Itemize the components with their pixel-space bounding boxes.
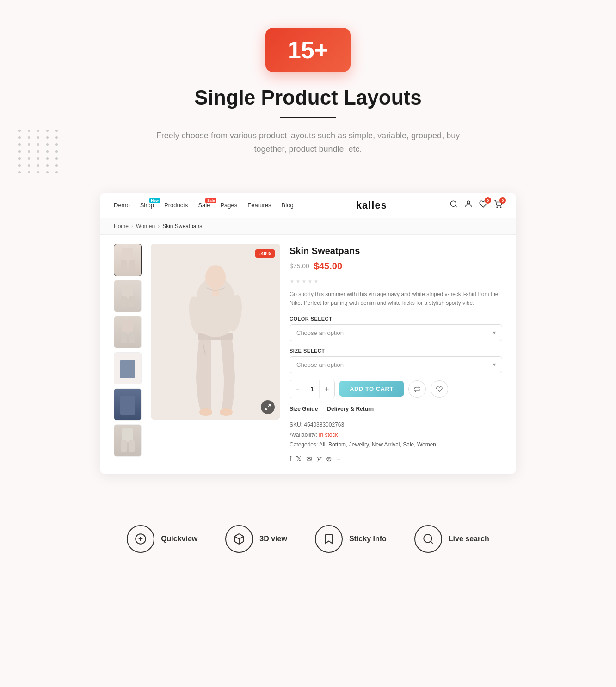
size-select[interactable]: Choose an option XS S M L XL <box>290 356 502 373</box>
nav-item-blog[interactable]: Blog <box>282 202 294 209</box>
delivery-return-link[interactable]: Delivery & Return <box>327 406 374 413</box>
compare-button[interactable] <box>408 380 426 398</box>
more-share-icon[interactable]: + <box>337 455 341 463</box>
thumbnail-5[interactable] <box>114 388 142 421</box>
availability-label: Availability: <box>290 432 317 438</box>
star-rating: ★ ★ ★ ★ ★ <box>290 278 502 285</box>
nav-item-sale[interactable]: Sale Sale <box>198 202 210 209</box>
sticky-info-label: Sticky Info <box>349 535 387 543</box>
sale-price: $45.00 <box>314 261 342 272</box>
cart-count: 0 <box>499 197 506 204</box>
breadcrumb-home[interactable]: Home <box>114 223 129 229</box>
hero-section: 15+ Single Product Layouts Freely choose… <box>0 0 616 193</box>
svg-point-26 <box>205 265 226 289</box>
svg-rect-21 <box>129 440 135 452</box>
nav-links: Demo Shop New Products Sale Sale Pages F… <box>114 202 294 209</box>
svg-rect-13 <box>129 332 135 343</box>
wishlist-count: 0 <box>485 197 491 204</box>
svg-rect-12 <box>121 332 127 343</box>
svg-line-38 <box>431 541 433 544</box>
breadcrumb: Home › Women › Skin Sweatpans <box>100 218 516 235</box>
product-title: Skin Sweatpans <box>290 246 502 256</box>
3dview-label: 3D view <box>259 535 287 543</box>
product-card: Demo Shop New Products Sale Sale Pages F… <box>100 193 516 474</box>
user-icon-btn[interactable] <box>464 200 473 210</box>
price-row: $75.00 $45.00 <box>290 261 502 272</box>
features-row: Quickview 3D view Sticky Info <box>0 502 616 581</box>
thumbnail-6[interactable] <box>114 424 142 457</box>
thumbnail-3[interactable] <box>114 316 142 348</box>
svg-point-0 <box>450 201 456 206</box>
svg-rect-27 <box>212 287 219 296</box>
thumbnail-1[interactable] <box>114 244 142 276</box>
search-icon-btn[interactable] <box>450 200 458 210</box>
quantity-decrease-button[interactable]: − <box>290 380 305 398</box>
nav-item-features[interactable]: Features <box>247 202 271 209</box>
nav-icons: 0 0 <box>450 200 502 210</box>
email-share-icon[interactable]: ✉ <box>306 455 312 463</box>
quickview-label: Quickview <box>161 535 197 543</box>
svg-point-31 <box>220 408 233 416</box>
breadcrumb-category[interactable]: Women <box>136 223 155 229</box>
shop-badge: New <box>149 198 160 203</box>
add-to-cart-button[interactable]: ADD TO CART <box>339 381 404 397</box>
feature-sticky-info: Sticky Info <box>315 525 387 553</box>
original-price: $75.00 <box>290 262 309 270</box>
live-search-icon <box>414 525 442 553</box>
categories-row: Categories: All, Bottom, Jewellry, New A… <box>290 440 502 450</box>
svg-rect-19 <box>122 428 133 442</box>
wishlist-icon-btn[interactable]: 0 <box>479 200 487 210</box>
product-layout: -40% <box>100 235 516 474</box>
thumbnail-2[interactable] <box>114 280 142 312</box>
svg-rect-5 <box>122 248 133 262</box>
color-select-wrapper: Choose an option White Black Pink ▾ <box>290 324 502 341</box>
svg-point-4 <box>500 207 501 208</box>
size-guide-row: Size Guide Delivery & Return <box>290 406 502 413</box>
svg-point-2 <box>467 201 470 204</box>
nav-item-products[interactable]: Products <box>164 202 188 209</box>
sale-badge: Sale <box>205 198 216 203</box>
product-description: Go sporty this summer with this vintage … <box>290 290 502 308</box>
product-figure-svg <box>151 244 280 420</box>
hero-divider <box>280 117 336 118</box>
size-guide-link[interactable]: Size Guide <box>290 406 318 413</box>
availability-value: In stock <box>319 432 338 438</box>
svg-point-30 <box>199 408 212 416</box>
nav-item-demo[interactable]: Demo <box>114 202 130 209</box>
3dview-icon <box>225 525 253 553</box>
svg-rect-10 <box>129 296 135 307</box>
pinterest-share-icon[interactable]: 𝓟 <box>317 455 321 463</box>
svg-rect-7 <box>129 260 135 271</box>
sku-row: SKU: 4540383002763 <box>290 420 502 430</box>
twitter-share-icon[interactable]: 𝕏 <box>296 455 302 463</box>
breadcrumb-product: Skin Sweatpans <box>162 223 202 229</box>
facebook-share-icon[interactable]: f <box>290 455 291 463</box>
product-meta: SKU: 4540383002763 Availability: In stoc… <box>290 420 502 450</box>
wishlist-button[interactable] <box>431 380 448 398</box>
size-select-wrapper: Choose an option XS S M L XL ▾ <box>290 356 502 373</box>
feature-quickview: Quickview <box>127 525 197 553</box>
count-badge: 15+ <box>265 28 351 72</box>
quantity-increase-button[interactable]: + <box>320 380 334 398</box>
color-select[interactable]: Choose an option White Black Pink <box>290 324 502 341</box>
nav-item-shop[interactable]: Shop New <box>140 202 154 209</box>
svg-rect-6 <box>121 260 127 271</box>
svg-rect-20 <box>121 440 127 452</box>
expand-button[interactable] <box>261 400 275 414</box>
product-thumbnails <box>114 244 142 465</box>
sku-label: SKU: <box>290 421 302 428</box>
quantity-control: − 1 + <box>290 380 335 398</box>
svg-rect-11 <box>122 320 133 334</box>
categories-value: All, Bottom, Jewellry, New Arrival, Sale… <box>319 441 436 448</box>
svg-rect-9 <box>121 296 127 307</box>
cart-icon-btn[interactable]: 0 <box>494 200 502 210</box>
nav-item-pages[interactable]: Pages <box>220 202 237 209</box>
quickview-icon <box>127 525 154 553</box>
sticky-info-icon <box>315 525 343 553</box>
social-share-row: f 𝕏 ✉ 𝓟 ⊕ + <box>290 455 502 463</box>
thumbnail-4[interactable] <box>114 352 142 384</box>
nav-bar: Demo Shop New Products Sale Sale Pages F… <box>100 193 516 218</box>
svg-point-32 <box>198 308 233 337</box>
availability-row: Availability: In stock <box>290 430 502 440</box>
messenger-share-icon[interactable]: ⊕ <box>326 455 332 463</box>
